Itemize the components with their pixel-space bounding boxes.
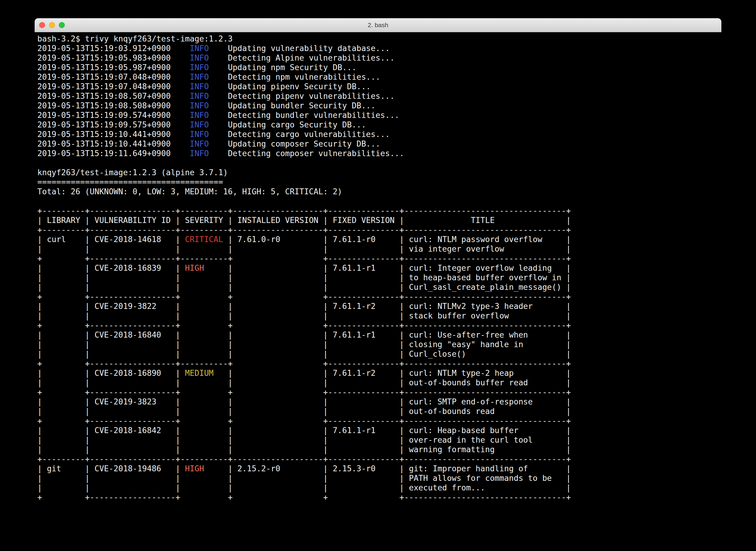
terminal-line: +---------+------------------+----------… [37, 225, 719, 234]
terminal-line: 2019-05-13T15:19:10.441+0900 INFO Detect… [37, 129, 719, 139]
terminal-line: 2019-05-13T15:19:09.574+0900 INFO Detect… [37, 110, 719, 120]
desktop-background: 2. bash bash-3.2$ trivy knqyf263/test-im… [0, 0, 756, 551]
terminal-line: 2019-05-13T15:19:10.441+0900 INFO Updati… [37, 139, 719, 149]
terminal-line: 2019-05-13T15:19:09.575+0900 INFO Updati… [37, 120, 719, 129]
terminal-line: ======================================= [37, 177, 719, 187]
terminal-line: bash-3.2$ trivy knqyf263/test-image:1.2.… [37, 34, 719, 44]
terminal-line [37, 196, 719, 206]
terminal-line: | | | | | | warning formatting | [37, 445, 719, 454]
terminal-line: 2019-05-13T15:19:08.508+0900 INFO Updati… [37, 101, 719, 110]
terminal-line: | | | | | | over-read in the curl tool | [37, 435, 719, 445]
window-titlebar[interactable]: 2. bash [35, 18, 721, 32]
terminal-line: 2019-05-13T15:19:08.507+0900 INFO Detect… [37, 91, 719, 101]
zoom-button[interactable] [59, 22, 65, 28]
terminal-line: | | | | | | Curl_sasl_create_plain_messa… [37, 283, 719, 292]
terminal-line: 2019-05-13T15:19:05.987+0900 INFO Updati… [37, 63, 719, 72]
terminal-line: + +------------------+----------+ +-----… [37, 359, 719, 368]
terminal-line: Total: 26 (UNKNOWN: 0, LOW: 3, MEDIUM: 1… [37, 187, 719, 196]
terminal-line: +---------+------------------+----------… [37, 454, 719, 464]
window-controls [39, 18, 65, 32]
terminal-line: | | | | | | Curl_close() | [37, 349, 719, 359]
terminal-line [37, 158, 719, 168]
terminal-line: | | CVE-2018-16840 | | | 7.61.1-r1 | cur… [37, 330, 719, 340]
terminal-line: 2019-05-13T15:19:07.048+0900 INFO Updati… [37, 82, 719, 91]
terminal-line: + +------------------+----------+ +-----… [37, 254, 719, 263]
terminal-line: +---------+------------------+----------… [37, 206, 719, 215]
terminal-line: | | | | | | PATH allows for commands to … [37, 473, 719, 483]
terminal-line: | | | | | | executed from... | [37, 483, 719, 493]
terminal-line: + +------------------+ + + +------------… [37, 493, 719, 502]
terminal-line: | | | | | | closing "easy" handle in | [37, 340, 719, 349]
terminal-line: | | | | | | out-of-bounds buffer read | [37, 378, 719, 388]
minimize-button[interactable] [49, 22, 55, 28]
terminal-line: | curl | CVE-2018-14618 | CRITICAL | 7.6… [37, 234, 719, 244]
terminal-line: + +------------------+ + +--------------… [37, 388, 719, 397]
terminal-line: 2019-05-13T15:19:07.048+0900 INFO Detect… [37, 72, 719, 82]
terminal-content[interactable]: bash-3.2$ trivy knqyf263/test-image:1.2.… [35, 32, 721, 551]
terminal-line: | | CVE-2018-16839 | HIGH | | 7.61.1-r1 … [37, 263, 719, 273]
terminal-line: | git | CVE-2018-19486 | HIGH | 2.15.2-r… [37, 464, 719, 473]
terminal-window: 2. bash bash-3.2$ trivy knqyf263/test-im… [35, 18, 721, 551]
terminal-output: bash-3.2$ trivy knqyf263/test-image:1.2.… [37, 34, 719, 502]
window-title: 2. bash [368, 21, 388, 29]
terminal-line: | | CVE-2018-16890 | MEDIUM | | 7.61.1-r… [37, 368, 719, 378]
terminal-line: | | CVE-2019-3822 | | | 7.61.1-r2 | curl… [37, 302, 719, 311]
terminal-line: 2019-05-13T15:19:05.983+0900 INFO Detect… [37, 53, 719, 63]
terminal-line: | | CVE-2019-3823 | | | | curl: SMTP end… [37, 397, 719, 407]
terminal-line: | LIBRARY | VULNERABILITY ID | SEVERITY … [37, 215, 719, 225]
terminal-line: 2019-05-13T15:19:11.649+0900 INFO Detect… [37, 149, 719, 158]
terminal-line: 2019-05-13T15:19:03.912+0900 INFO Updati… [37, 44, 719, 53]
terminal-line: + +------------------+ + +--------------… [37, 321, 719, 330]
terminal-line: | | CVE-2018-16842 | | | 7.61.1-r1 | cur… [37, 426, 719, 435]
terminal-line: | | | | | | to heap-based buffer overflo… [37, 273, 719, 283]
terminal-line: knqyf263/test-image:1.2.3 (alpine 3.7.1) [37, 168, 719, 177]
terminal-line: + +------------------+ + +--------------… [37, 416, 719, 426]
terminal-line: | | | | | | stack buffer overflow | [37, 311, 719, 321]
terminal-line: | | | | | | out-of-bounds read | [37, 407, 719, 416]
close-button[interactable] [39, 22, 45, 28]
terminal-line: + +------------------+ + +--------------… [37, 292, 719, 302]
terminal-line: | | | | | | via integer overflow | [37, 244, 719, 254]
